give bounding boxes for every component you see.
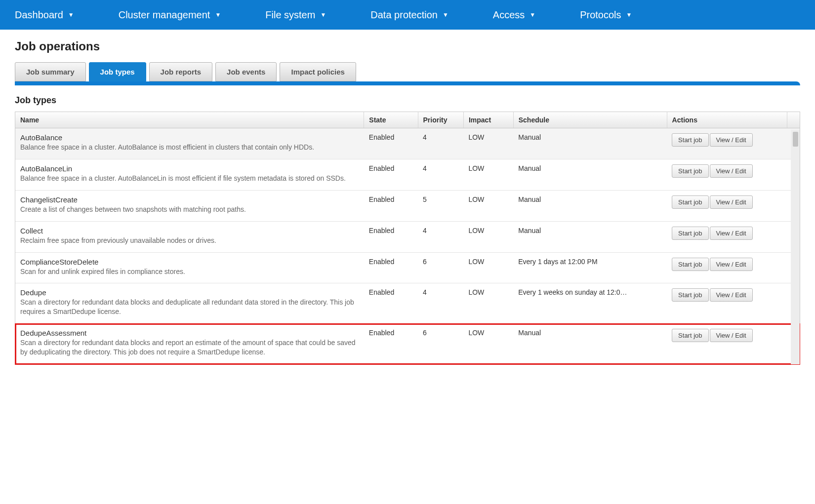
cell-priority: 4	[418, 283, 463, 324]
cell-impact: LOW	[463, 128, 513, 159]
cell-name: DedupeScan a directory for redundant dat…	[15, 283, 364, 324]
nav-item-dashboard[interactable]: Dashboard▼	[10, 9, 89, 21]
job-description: Scan a directory for redundant data bloc…	[20, 338, 359, 357]
cell-name: AutoBalanceLinBalance free space in a cl…	[15, 159, 364, 190]
table-header-row: Name State Priority Impact Schedule Acti…	[15, 112, 800, 128]
nav-label: File system	[265, 9, 315, 21]
table-row: ComplianceStoreDeleteScan for and unlink…	[15, 252, 800, 283]
tab-job-types[interactable]: Job types	[89, 62, 146, 81]
table-row: DedupeScan a directory for redundant dat…	[15, 283, 800, 324]
job-description: Balance free space in a cluster. AutoBal…	[20, 143, 359, 152]
cell-actions: Start jobView / Edit	[667, 128, 787, 159]
top-nav: Dashboard▼Cluster management▼File system…	[0, 0, 815, 30]
job-description: Create a list of changes between two sna…	[20, 205, 359, 214]
cell-actions: Start jobView / Edit	[667, 221, 787, 252]
cell-schedule: Manual	[513, 190, 667, 221]
job-description: Balance free space in a cluster. AutoBal…	[20, 174, 359, 183]
cell-schedule: Manual	[513, 221, 667, 252]
table-row: ChangelistCreateCreate a list of changes…	[15, 190, 800, 221]
view-edit-button[interactable]: View / Edit	[710, 288, 753, 302]
cell-priority: 5	[418, 190, 463, 221]
chevron-down-icon: ▼	[320, 11, 326, 18]
view-edit-button[interactable]: View / Edit	[710, 258, 753, 271]
start-job-button[interactable]: Start job	[672, 195, 708, 209]
view-edit-button[interactable]: View / Edit	[710, 195, 753, 209]
cell-schedule: Every 1 days at 12:00 PM	[513, 252, 667, 283]
tab-underline	[15, 81, 800, 85]
start-job-button[interactable]: Start job	[672, 288, 708, 302]
job-description: Scan a directory for redundant data bloc…	[20, 298, 359, 316]
cell-actions: Start jobView / Edit	[667, 283, 787, 324]
col-schedule[interactable]: Schedule	[513, 112, 667, 128]
nav-item-cluster-management[interactable]: Cluster management▼	[114, 9, 236, 21]
vertical-scrollbar[interactable]: ▲	[791, 130, 800, 364]
start-job-button[interactable]: Start job	[672, 133, 708, 147]
cell-state: Enabled	[364, 252, 418, 283]
view-edit-button[interactable]: View / Edit	[710, 133, 753, 147]
scroll-thumb[interactable]	[793, 132, 798, 147]
cell-schedule: Manual	[513, 128, 667, 159]
cell-schedule: Manual	[513, 324, 667, 364]
nav-item-data-protection[interactable]: Data protection▼	[366, 9, 463, 21]
page-content: Job operations Job summaryJob typesJob r…	[0, 30, 815, 375]
job-description: Reclaim free space from previously unava…	[20, 236, 359, 245]
job-description: Scan for and unlink expired files in com…	[20, 267, 359, 276]
job-name: AutoBalanceLin	[20, 164, 359, 173]
job-types-table-wrap: Name State Priority Impact Schedule Acti…	[15, 112, 800, 365]
cell-actions: Start jobView / Edit	[667, 159, 787, 190]
cell-priority: 6	[418, 324, 463, 364]
cell-impact: LOW	[463, 283, 513, 324]
nav-label: Dashboard	[15, 9, 63, 21]
page-title: Job operations	[15, 39, 800, 53]
cell-name: AutoBalanceBalance free space in a clust…	[15, 128, 364, 159]
cell-state: Enabled	[364, 283, 418, 324]
table-row: AutoBalanceLinBalance free space in a cl…	[15, 159, 800, 190]
cell-schedule: Manual	[513, 159, 667, 190]
nav-item-file-system[interactable]: File system▼	[260, 9, 341, 21]
col-impact[interactable]: Impact	[463, 112, 513, 128]
col-state[interactable]: State	[364, 112, 418, 128]
chevron-down-icon: ▼	[626, 11, 632, 18]
nav-item-protocols[interactable]: Protocols▼	[575, 9, 647, 21]
job-name: Collect	[20, 227, 359, 235]
chevron-down-icon: ▼	[215, 11, 221, 18]
job-types-table: Name State Priority Impact Schedule Acti…	[15, 112, 800, 364]
job-name: AutoBalance	[20, 133, 359, 142]
cell-impact: LOW	[463, 190, 513, 221]
start-job-button[interactable]: Start job	[672, 329, 708, 342]
cell-state: Enabled	[364, 128, 418, 159]
chevron-down-icon: ▼	[530, 11, 535, 18]
cell-name: ChangelistCreateCreate a list of changes…	[15, 190, 364, 221]
view-edit-button[interactable]: View / Edit	[710, 164, 753, 178]
cell-impact: LOW	[463, 221, 513, 252]
cell-state: Enabled	[364, 324, 418, 364]
start-job-button[interactable]: Start job	[672, 227, 708, 240]
tab-impact-policies[interactable]: Impact policies	[280, 62, 356, 81]
col-name[interactable]: Name	[15, 112, 364, 128]
chevron-down-icon: ▼	[68, 11, 74, 18]
tab-job-events[interactable]: Job events	[215, 62, 277, 81]
table-row: DedupeAssessmentScan a directory for red…	[15, 324, 800, 364]
cell-actions: Start jobView / Edit	[667, 190, 787, 221]
start-job-button[interactable]: Start job	[672, 164, 708, 178]
job-name: Dedupe	[20, 288, 359, 297]
cell-name: DedupeAssessmentScan a directory for red…	[15, 324, 364, 364]
tab-job-reports[interactable]: Job reports	[149, 62, 213, 81]
cell-impact: LOW	[463, 252, 513, 283]
nav-item-access[interactable]: Access▼	[488, 9, 550, 21]
view-edit-button[interactable]: View / Edit	[710, 329, 753, 342]
col-priority[interactable]: Priority	[418, 112, 463, 128]
chevron-down-icon: ▼	[443, 11, 448, 18]
tab-job-summary[interactable]: Job summary	[15, 62, 86, 81]
start-job-button[interactable]: Start job	[672, 258, 708, 271]
cell-state: Enabled	[364, 221, 418, 252]
job-name: ChangelistCreate	[20, 195, 359, 204]
nav-label: Access	[493, 9, 525, 21]
col-actions: Actions	[667, 112, 787, 128]
cell-priority: 6	[418, 252, 463, 283]
cell-priority: 4	[418, 159, 463, 190]
view-edit-button[interactable]: View / Edit	[710, 227, 753, 240]
table-row: CollectReclaim free space from previousl…	[15, 221, 800, 252]
cell-actions: Start jobView / Edit	[667, 324, 787, 364]
job-name: DedupeAssessment	[20, 329, 359, 337]
